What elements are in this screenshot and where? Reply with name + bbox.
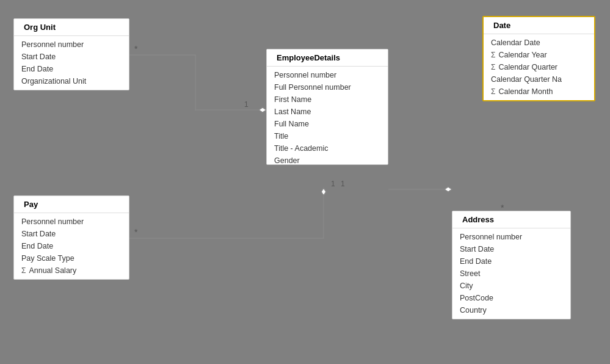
sigma-icon: Σ <box>21 266 26 275</box>
pay-title: Pay <box>24 200 38 209</box>
list-item: Title <box>267 130 388 142</box>
svg-marker-4 <box>321 188 326 195</box>
employee-details-header: EmployeeDetails <box>267 49 388 67</box>
list-item: Title - Academic <box>267 142 388 155</box>
org-unit-table: Org Unit Personnel number Start Date End… <box>13 18 129 90</box>
list-item: Street <box>452 268 570 280</box>
list-item: Calendar Date <box>484 37 594 49</box>
list-item: Gender <box>267 155 388 164</box>
pay-table: Pay Personnel number Start Date End Date… <box>13 195 129 280</box>
list-item: Pay Scale Type <box>14 252 129 264</box>
list-item: Σ Calendar Quarter <box>484 61 594 73</box>
list-item: Personnel number <box>14 38 129 51</box>
list-item: Last Name <box>267 106 388 118</box>
list-item: Σ Annual Salary <box>14 264 129 277</box>
list-item: End Date <box>14 240 129 252</box>
list-item: First Name <box>267 93 388 106</box>
employee-details-title: EmployeeDetails <box>277 53 340 62</box>
address-title: Address <box>462 215 494 224</box>
svg-text:1: 1 <box>341 180 345 188</box>
list-item: End Date <box>14 63 129 75</box>
date-fields[interactable]: Calendar Date Σ Calendar Year Σ Calendar… <box>484 34 594 100</box>
employee-details-fields[interactable]: Personnel number Full Personnel number F… <box>267 67 388 164</box>
svg-text:1: 1 <box>244 100 249 109</box>
list-item: End Date <box>452 255 570 268</box>
list-item: Full Name <box>267 118 388 130</box>
sigma-icon: Σ <box>491 51 495 59</box>
list-item: Organizational Unit <box>14 75 129 87</box>
svg-text:*: * <box>134 227 138 237</box>
list-item: Personnel number <box>452 231 570 243</box>
pay-fields: Personnel number Start Date End Date Pay… <box>14 213 129 279</box>
list-item: Start Date <box>14 228 129 240</box>
date-title: Date <box>493 21 510 30</box>
list-item: Calendar Quarter Na <box>484 73 594 86</box>
date-header: Date <box>484 17 594 34</box>
svg-marker-1 <box>259 107 266 112</box>
list-item: City <box>452 280 570 292</box>
date-table: Date Calendar Date Σ Calendar Year Σ Cal… <box>482 16 595 101</box>
svg-text:*: * <box>134 44 138 54</box>
list-item: Σ Calendar Month <box>484 86 594 98</box>
list-item: Start Date <box>452 243 570 255</box>
svg-marker-7 <box>445 187 452 192</box>
list-item: PostCode <box>452 292 570 304</box>
sigma-icon: Σ <box>491 63 495 71</box>
list-item: Start Date <box>14 51 129 63</box>
sigma-icon: Σ <box>491 87 495 96</box>
list-item: Personnel number <box>267 69 388 81</box>
svg-text:1: 1 <box>331 180 335 188</box>
list-item: Personnel number <box>14 216 129 228</box>
list-item: Country <box>452 304 570 316</box>
address-table: Address Personnel number Start Date End … <box>452 211 571 319</box>
pay-header: Pay <box>14 196 129 213</box>
list-item: Σ Calendar Year <box>484 49 594 61</box>
org-unit-title: Org Unit <box>24 23 56 32</box>
employee-details-table: EmployeeDetails Personnel number Full Pe… <box>266 49 388 165</box>
org-unit-header: Org Unit <box>14 19 129 36</box>
address-header: Address <box>452 211 570 228</box>
list-item: Full Personnel number <box>267 81 388 93</box>
address-fields: Personnel number Start Date End Date Str… <box>452 228 570 319</box>
org-unit-fields: Personnel number Start Date End Date Org… <box>14 36 129 90</box>
